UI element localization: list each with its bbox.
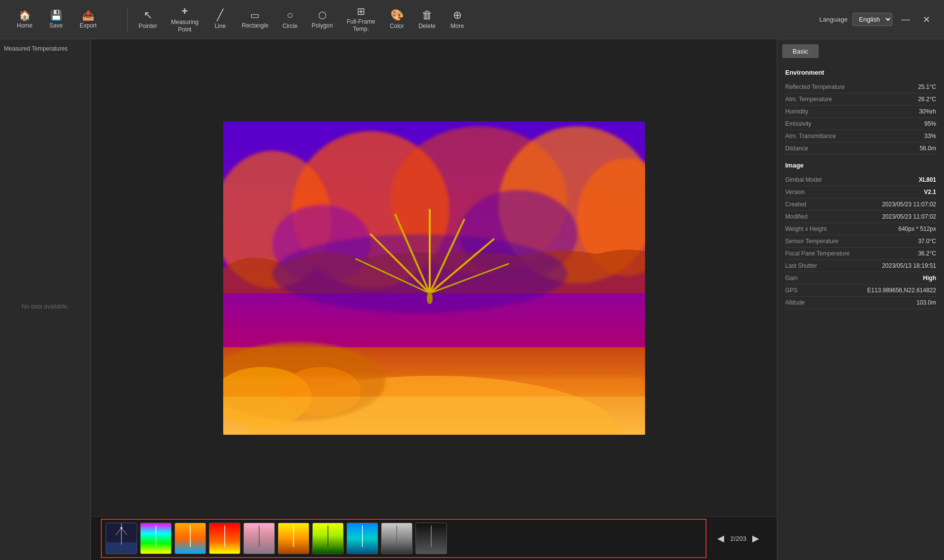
focal-pane-temp-label: Focal Pane Temperature <box>785 250 861 257</box>
image-rows: Gimbal Model XL801 Version V2.1 Created … <box>785 174 936 309</box>
home-label: Home <box>17 22 32 29</box>
svg-rect-24 <box>223 396 645 435</box>
thumbnail-4[interactable] <box>209 523 240 554</box>
left-panel: Measured Temperatures No data available. <box>0 39 91 560</box>
tab-basic[interactable]: Basic <box>782 44 819 58</box>
language-label: Language <box>819 16 848 23</box>
thumbnail-3[interactable] <box>175 523 206 554</box>
measured-temperatures-title: Measured Temperatures <box>4 44 87 53</box>
altitude-label: Altitude <box>785 299 861 306</box>
atm-temp-value: 26.2°C <box>861 96 937 103</box>
sensor-temp-label: Sensor Temperature <box>785 238 861 245</box>
thermal-svg <box>223 121 645 435</box>
rectangle-label: Rectangle <box>242 22 268 29</box>
gimbal-model-label: Gimbal Model <box>785 176 861 183</box>
prop-row-focal-pane-temp: Focal Pane Temperature 36.2°C <box>785 248 936 260</box>
atm-temp-label: Atm. Temperature <box>785 96 861 103</box>
svg-point-19 <box>427 292 433 304</box>
thumbnail-9[interactable] <box>381 523 413 554</box>
polygon-label: Polygon <box>312 22 333 29</box>
circle-label: Circle <box>282 23 297 29</box>
more-tool-button[interactable]: ⊕ More <box>442 3 472 36</box>
language-select[interactable]: English 中文 <box>853 13 892 26</box>
measuring-point-tool-button[interactable]: + MeasuringPoint <box>164 3 206 36</box>
right-panel-tabs: Basic <box>777 39 944 58</box>
measuring-point-label: MeasuringPoint <box>171 19 199 33</box>
humidity-label: Humidity <box>785 108 861 115</box>
right-panel: Basic Environment Reflected Temperature … <box>777 39 944 560</box>
thumbnail-2[interactable] <box>140 523 172 554</box>
full-frame-temp-label: Full-FrameTemp. <box>347 18 375 32</box>
save-icon: 💾 <box>50 10 62 20</box>
thumbnail-10[interactable] <box>415 523 447 554</box>
close-button[interactable]: ✕ <box>919 12 934 27</box>
polygon-icon: ⬡ <box>318 10 326 20</box>
prop-row-weight-height: Weight x Height 640px * 512px <box>785 223 936 235</box>
home-icon: 🏠 <box>19 10 31 20</box>
save-button[interactable]: 💾 Save <box>41 3 71 36</box>
rectangle-tool-button[interactable]: ▭ Rectangle <box>235 3 275 36</box>
polygon-tool-button[interactable]: ⬡ Polygon <box>305 3 340 36</box>
delete-tool-button[interactable]: 🗑 Delete <box>412 3 442 36</box>
prop-row-emissivity: Emissivity 95% <box>785 118 936 130</box>
thumbnail-8[interactable] <box>347 523 378 554</box>
prop-row-gimbal-model: Gimbal Model XL801 <box>785 174 936 186</box>
color-icon: 🎨 <box>390 10 404 21</box>
image-section-title: Image <box>785 162 936 169</box>
circle-tool-button[interactable]: ○ Circle <box>275 3 305 36</box>
line-tool-button[interactable]: ╱ Line <box>206 3 235 36</box>
pointer-tool-button[interactable]: ↖ Pointer <box>132 3 164 36</box>
toolbar: 🏠 Home 💾 Save 📤 Export ↖ Pointer + Measu… <box>0 0 944 39</box>
modified-label: Modified <box>785 213 861 220</box>
export-button[interactable]: 📤 Export <box>73 3 104 36</box>
thumbnail-7[interactable] <box>312 523 344 554</box>
emissivity-label: Emissivity <box>785 120 861 127</box>
more-label: More <box>450 23 464 29</box>
weight-height-label: Weight x Height <box>785 225 861 232</box>
environment-rows: Reflected Temperature 25.1°C Atm. Temper… <box>785 81 936 155</box>
line-label: Line <box>214 23 226 29</box>
color-label: Color <box>390 23 404 29</box>
gps-value: E113.989656,N22.614822 <box>861 287 937 294</box>
prop-row-last-shutter: Last Shutter 2023/05/13 18:19:51 <box>785 260 936 272</box>
humidity-value: 30%rh <box>861 108 937 115</box>
no-data-message: No data available. <box>4 58 87 555</box>
prop-row-reflected-temp: Reflected Temperature 25.1°C <box>785 81 936 93</box>
export-label: Export <box>80 22 97 29</box>
pointer-icon: ↖ <box>144 10 152 21</box>
gain-label: Gain <box>785 275 861 281</box>
prop-row-atm-transmittance: Atm. Transmittance 33% <box>785 130 936 142</box>
pointer-label: Pointer <box>139 23 157 29</box>
distance-value: 56.0m <box>861 145 937 152</box>
measuring-point-icon: + <box>181 6 188 17</box>
save-label: Save <box>49 22 62 29</box>
prev-thumbnail-button[interactable]: ◀ <box>714 532 727 545</box>
atm-transmittance-label: Atm. Transmittance <box>785 133 861 140</box>
thumbnail-1[interactable] <box>106 523 137 554</box>
weight-height-value: 640px * 512px <box>861 225 937 232</box>
thermal-image[interactable] <box>223 121 645 435</box>
version-label: Version <box>785 189 861 196</box>
gimbal-model-value: XL801 <box>861 176 937 183</box>
home-button[interactable]: 🏠 Home <box>10 3 39 36</box>
emissivity-value: 95% <box>861 120 937 127</box>
next-thumbnail-button[interactable]: ▶ <box>749 532 762 545</box>
color-tool-button[interactable]: 🎨 Color <box>382 3 412 36</box>
prop-row-humidity: Humidity 30%rh <box>785 106 936 118</box>
sensor-temp-value: 37.0°C <box>861 238 937 245</box>
toolbar-left-group: 🏠 Home 💾 Save 📤 Export <box>10 3 104 36</box>
thumbnail-5[interactable] <box>243 523 275 554</box>
prop-row-modified: Modified 2023/05/23 11:07:02 <box>785 211 936 223</box>
version-value: V2.1 <box>861 189 937 196</box>
prop-row-sensor-temp: Sensor Temperature 37.0°C <box>785 235 936 248</box>
page-indicator: 2/203 <box>730 535 746 542</box>
full-frame-temp-icon: ⊞ <box>357 6 365 16</box>
modified-value: 2023/05/23 11:07:02 <box>861 213 937 220</box>
minimize-button[interactable]: — <box>897 12 914 27</box>
rectangle-icon: ▭ <box>250 10 260 20</box>
gps-label: GPS <box>785 287 861 294</box>
thumbnail-6[interactable] <box>278 523 309 554</box>
right-panel-content: Environment Reflected Temperature 25.1°C… <box>777 58 944 560</box>
full-frame-temp-tool-button[interactable]: ⊞ Full-FrameTemp. <box>340 3 382 36</box>
altitude-value: 103.0m <box>861 299 937 306</box>
